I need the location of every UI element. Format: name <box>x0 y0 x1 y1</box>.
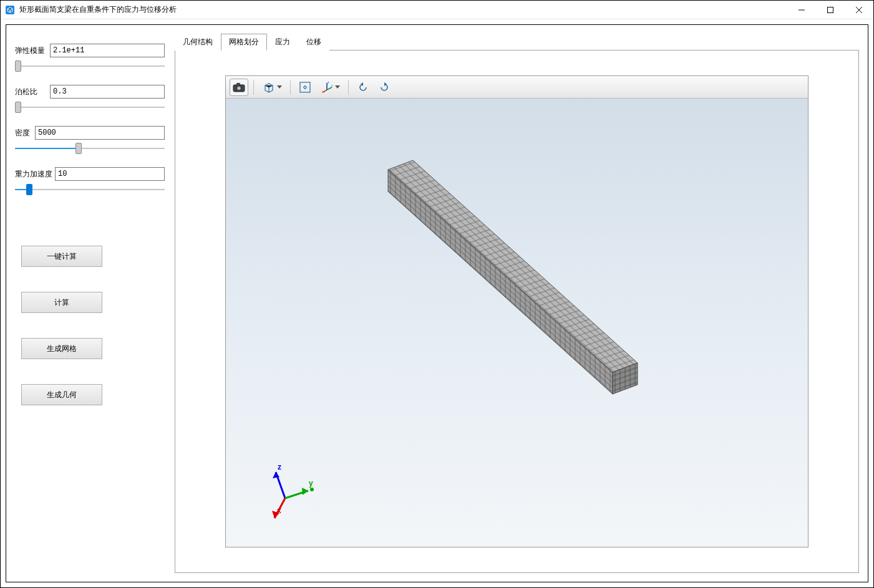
titlebar: 矩形截面简支梁在自重条件下的应力与位移分析 <box>1 1 873 19</box>
3d-viewport[interactable]: z y x <box>225 75 808 547</box>
svg-line-11 <box>327 87 332 90</box>
param-poisson-ratio: 泊松比 <box>15 85 165 113</box>
toolbar-separator <box>348 80 349 95</box>
poisson-ratio-input[interactable] <box>50 85 165 99</box>
maximize-button[interactable] <box>816 1 845 19</box>
toolbar-separator <box>290 80 291 95</box>
box-view-icon[interactable] <box>259 79 285 96</box>
density-slider[interactable] <box>15 142 165 155</box>
svg-text:y: y <box>331 84 333 87</box>
fit-view-icon[interactable] <box>296 79 314 96</box>
main-frame: 弹性模量 泊松比 <box>6 24 868 582</box>
elastic-modulus-slider[interactable] <box>15 60 165 72</box>
svg-point-8 <box>238 87 240 89</box>
generate-geometry-button[interactable]: 生成几何 <box>21 384 102 405</box>
one-click-calc-button[interactable]: 一键计算 <box>21 246 102 267</box>
right-area: 几何结构 网格划分 应力 位移 <box>175 34 859 573</box>
axis-y-label: y <box>309 479 313 488</box>
tab-bar: 几何结构 网格划分 应力 位移 <box>175 34 859 50</box>
beam-mesh <box>376 145 644 413</box>
svg-line-12 <box>323 90 327 92</box>
svg-point-26 <box>310 488 314 491</box>
svg-marker-25 <box>302 488 308 495</box>
app-icon <box>4 4 16 16</box>
action-button-group: 一键计算 计算 生成网格 生成几何 <box>15 246 165 405</box>
tab-geometry[interactable]: 几何结构 <box>175 34 221 51</box>
poisson-ratio-label: 泊松比 <box>15 87 50 97</box>
tab-stress[interactable]: 应力 <box>267 34 298 51</box>
generate-mesh-button[interactable]: 生成网格 <box>21 338 102 359</box>
poisson-ratio-slider[interactable] <box>15 101 165 113</box>
svg-marker-19 <box>388 160 638 372</box>
param-elastic-modulus: 弹性模量 <box>15 44 165 72</box>
density-input[interactable] <box>35 126 165 140</box>
elastic-modulus-label: 弹性模量 <box>15 46 50 56</box>
parameter-panel: 弹性模量 泊松比 <box>15 34 165 573</box>
tab-displacement[interactable]: 位移 <box>298 34 329 51</box>
toolbar-separator <box>253 80 254 95</box>
svg-marker-20 <box>388 170 613 394</box>
gravity-label: 重力加速度 <box>15 169 55 180</box>
tab-content: z y x <box>175 50 859 573</box>
param-gravity: 重力加速度 <box>15 167 165 196</box>
minimize-button[interactable] <box>787 1 816 19</box>
gravity-slider[interactable] <box>15 183 165 196</box>
viewport-toolbar: z y x <box>226 76 808 99</box>
window-controls <box>787 1 873 19</box>
gravity-input[interactable] <box>55 167 165 181</box>
svg-rect-6 <box>236 83 240 85</box>
param-density: 密度 <box>15 126 165 155</box>
axis-x-label: x <box>277 506 281 515</box>
svg-text:z: z <box>328 81 329 84</box>
chevron-down-icon <box>335 85 340 89</box>
app-window: 矩形截面简支梁在自重条件下的应力与位移分析 弹性模量 <box>0 0 874 588</box>
rotate-cw-icon[interactable] <box>375 79 394 96</box>
elastic-modulus-input[interactable] <box>50 44 165 57</box>
calc-button[interactable]: 计算 <box>21 292 102 313</box>
close-button[interactable] <box>845 1 873 19</box>
svg-rect-2 <box>828 7 833 12</box>
density-label: 密度 <box>15 128 35 138</box>
client-area: 弹性模量 泊松比 <box>1 19 873 587</box>
axis-z-label: z <box>278 463 281 471</box>
axes-selector-icon[interactable]: z y x <box>317 79 343 96</box>
window-title: 矩形截面简支梁在自重条件下的应力与位移分析 <box>19 4 787 15</box>
camera-icon[interactable] <box>230 79 248 96</box>
chevron-down-icon <box>277 85 282 89</box>
tab-mesh[interactable]: 网格划分 <box>221 34 267 51</box>
rotate-ccw-icon[interactable] <box>354 79 372 96</box>
axes-triad: z y x <box>257 461 319 523</box>
